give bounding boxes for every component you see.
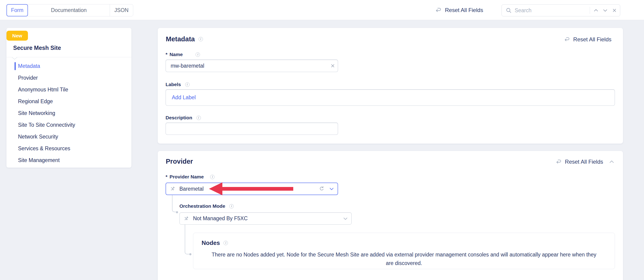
provider-name-select[interactable]: Baremetal [166,182,338,195]
sidebar-item-anonymous-html-tile[interactable]: Anonymous Html Tile [6,84,132,96]
chevron-down-icon[interactable] [343,216,348,221]
metadata-section: Metadata Reset All Fields * Name [158,28,623,144]
sidebar-item-label: Regional Edge [18,98,53,104]
search-close-icon[interactable] [610,6,619,15]
sidebar-item-site-management[interactable]: Site Management [6,154,132,166]
provider-reset-all-fields-button[interactable]: Reset All Fields [556,158,615,165]
description-input-box [166,122,338,135]
reset-icon [435,7,442,14]
sidebar-item-regional-edge[interactable]: Regional Edge [6,96,132,107]
reset-label: Reset All Fields [573,36,612,43]
tab-documentation-label: Documentation [51,7,87,14]
name-field-label: * Name [166,52,200,57]
metadata-section-title: Metadata [166,35,203,43]
tree-connector [185,224,190,254]
metadata-title-text: Metadata [166,35,195,43]
nodes-title-text: Nodes [202,239,220,246]
search-divider [590,7,590,14]
oneof-branch-icon [184,216,190,222]
labels-input-box[interactable]: Add Label [166,89,615,106]
reset-all-fields-button[interactable]: Reset All Fields [435,0,483,20]
sidebar-item-label: Services & Resources [18,146,70,152]
provider-section-title: Provider [166,158,193,165]
sidebar-item-label: Site Networking [18,110,55,116]
reset-label: Reset All Fields [565,158,603,165]
orchestration-mode-value: Not Managed By F5XC [193,215,343,222]
info-icon[interactable] [224,241,228,245]
oneof-branch-icon [170,186,176,192]
provider-name-label-text: Provider Name [170,174,204,180]
sidebar-item-provider[interactable]: Provider [6,72,132,84]
provider-name-field-label: * Provider Name [166,174,214,180]
add-label-button[interactable]: Add Label [172,94,196,101]
tab-documentation[interactable]: Documentation [28,4,110,16]
metadata-reset-all-fields-button[interactable]: Reset All Fields [564,36,612,43]
required-marker: * [166,174,168,180]
sidebar-item-site-to-site-connectivity[interactable]: Site To Site Connectivity [6,119,132,131]
info-icon[interactable] [196,116,201,120]
new-badge: New [6,31,28,41]
collapse-section-icon[interactable] [609,159,615,165]
info-icon[interactable] [210,175,214,179]
sidebar-item-label: Site To Site Connectivity [18,122,75,128]
name-input[interactable] [166,63,328,69]
sidebar-item-label: Network Security [18,134,58,140]
tab-form[interactable]: Form [6,4,28,16]
orchestration-mode-label-text: Orchestration Mode [180,203,225,209]
tab-json-label: JSON [114,7,128,14]
info-icon[interactable] [185,82,190,87]
tree-connector-dot [176,211,178,213]
sidebar-item-label: Provider [18,75,38,81]
tab-form-label: Form [11,7,24,14]
sidebar-item-site-networking[interactable]: Site Networking [6,107,132,119]
new-badge-label: New [12,33,22,38]
name-label-text: Name [170,52,183,57]
section-nav: Metadata Provider Anonymous Html Tile Re… [6,60,132,166]
required-marker: * [166,52,168,57]
reset-icon [556,158,562,165]
nodes-title: Nodes [202,239,228,246]
view-tabs: Form Documentation JSON [6,4,133,16]
labels-label-text: Labels [166,82,181,87]
sidebar-divider [6,57,132,57]
info-icon[interactable] [229,204,234,208]
refresh-icon[interactable] [319,186,325,192]
search-box [502,4,620,16]
provider-section: Provider Reset All Fields * Provider Nam… [158,151,623,280]
labels-field-label: Labels [166,82,190,87]
active-indicator [14,62,16,70]
info-icon[interactable] [196,52,200,57]
provider-title-text: Provider [166,158,193,165]
collapse-notch-icon [12,57,18,60]
sidebar-item-network-security[interactable]: Network Security [6,131,132,143]
search-next-icon[interactable] [600,6,610,15]
top-bar: Form Documentation JSON Reset All Fields [0,0,644,20]
sidebar-item-metadata[interactable]: Metadata [6,60,132,72]
search-prev-icon[interactable] [591,6,600,15]
description-field-label: Description [166,115,201,120]
description-label-text: Description [166,115,192,120]
description-input[interactable] [166,126,338,132]
reset-all-fields-label: Reset All Fields [445,7,483,14]
sidebar-item-services-resources[interactable]: Services & Resources [6,143,132,154]
sidebar-item-label: Site Management [18,157,60,164]
tree-connector [172,195,176,212]
search-input[interactable] [515,8,589,14]
reset-icon [564,36,570,43]
chevron-down-icon[interactable] [329,186,334,192]
info-icon[interactable] [198,37,203,41]
search-icon [506,7,512,14]
tab-json[interactable]: JSON [110,4,133,16]
sidebar-title: Secure Mesh Site [13,44,61,51]
provider-name-value: Baremetal [180,186,319,192]
orchestration-mode-field-label: Orchestration Mode [180,203,234,209]
sidebar-item-label: Anonymous Html Tile [18,86,68,93]
secure-mesh-site-form-page: Form Documentation JSON Reset All Fields [0,0,644,280]
sidebar-item-label: Metadata [18,63,40,69]
clear-name-icon[interactable] [328,63,338,68]
form-sidebar: New Secure Mesh Site Metadata Provider A… [6,28,132,168]
name-input-box [166,60,338,72]
orchestration-mode-select[interactable]: Not Managed By F5XC [180,212,352,224]
nodes-empty-message: There are no Nodes added yet. Node for t… [210,250,598,268]
nodes-subsection: Nodes There are no Nodes added yet. Node… [193,233,615,269]
